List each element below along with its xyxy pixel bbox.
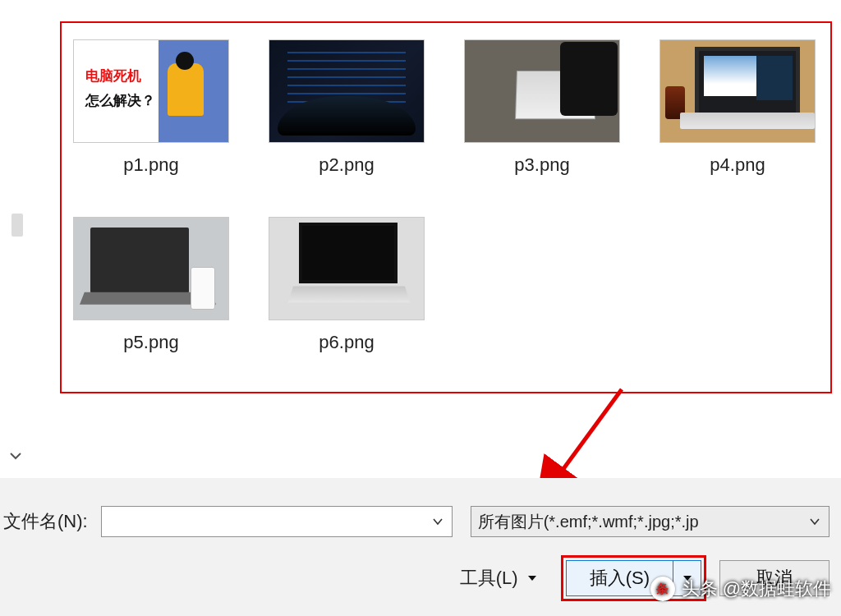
scrollbar-thumb[interactable] [11,214,23,237]
file-thumb-p5[interactable]: p5.png [69,217,233,353]
watermark-text: 头条 @数据蛙软件 [682,577,831,601]
filetype-filter-select[interactable]: 所有图片(*.emf;*.wmf;*.jpg;*.jp [471,506,830,537]
thumbnail-preview-text: 电脑死机 [85,67,141,85]
watermark-badge-icon: 条 [650,577,675,601]
file-thumb-p6[interactable]: p6.png [264,217,429,353]
thumbnail-label: p2.png [319,154,374,176]
chevron-down-icon[interactable] [807,514,822,529]
thumbnail-image [464,39,620,143]
thumbnail-image [269,39,425,143]
file-thumb-p2[interactable]: p2.png [264,39,429,176]
chevron-down-icon[interactable] [7,447,25,465]
file-thumb-p3[interactable]: p3.png [460,39,624,176]
filename-label: 文件名(N): [3,509,88,534]
tools-menu-button[interactable]: 工具(L) [460,566,538,591]
thumbnail-label: p6.png [319,332,374,353]
watermark: 条 头条 @数据蛙软件 [650,577,831,601]
thumbnail-label: p4.png [710,154,765,176]
thumbnail-image: 电脑死机 怎么解决？ [73,39,229,143]
thumbnail-label: p1.png [123,154,178,176]
thumbnail-image [659,39,816,143]
file-thumb-p4[interactable]: p4.png [655,39,820,176]
svg-line-0 [549,389,622,488]
tools-label: 工具(L) [460,566,518,591]
chevron-down-icon[interactable] [430,514,445,529]
caret-down-icon [526,572,538,584]
filetype-filter-value: 所有图片(*.emf;*.wmf;*.jpg;*.jp [478,511,807,533]
thumbnail-label: p5.png [123,332,178,353]
thumbnail-image [269,217,425,320]
thumbnail-image [73,217,229,320]
file-thumb-p1[interactable]: 电脑死机 怎么解决？ p1.png [69,39,233,176]
thumbnail-label: p3.png [514,154,569,176]
filename-input[interactable] [108,513,430,531]
thumbnail-illustration [168,63,204,116]
thumbnail-preview-text: 怎么解决？ [85,91,155,110]
thumbnail-grid: 电脑死机 怎么解决？ p1.png p2.png p3.png [69,39,820,353]
filename-combobox[interactable] [101,506,453,537]
file-browser-pane: 电脑死机 怎么解决？ p1.png p2.png p3.png [28,0,841,478]
left-gutter [0,0,28,478]
